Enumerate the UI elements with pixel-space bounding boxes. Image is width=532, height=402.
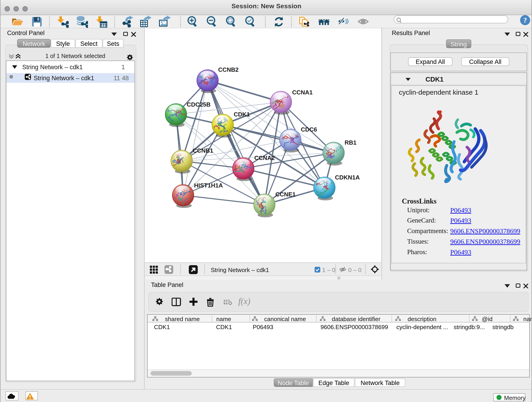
svg-text:CDC6: CDC6 (301, 126, 317, 133)
svg-text:HIST1H1A: HIST1H1A (194, 182, 223, 189)
svg-text:?: ? (523, 16, 527, 24)
svg-text:CCNB1: CCNB1 (193, 147, 213, 154)
svg-text:CDK1: CDK1 (234, 111, 250, 118)
svg-text:RB1: RB1 (345, 139, 356, 146)
svg-text:CCNE1: CCNE1 (275, 191, 296, 198)
svg-text:CDKN1A: CDKN1A (335, 174, 360, 181)
svg-text:CCNB2: CCNB2 (218, 66, 239, 73)
svg-text:CCNA2: CCNA2 (254, 154, 275, 161)
svg-text:CDC25B: CDC25B (187, 101, 210, 108)
svg-text:CCNA1: CCNA1 (292, 89, 313, 96)
